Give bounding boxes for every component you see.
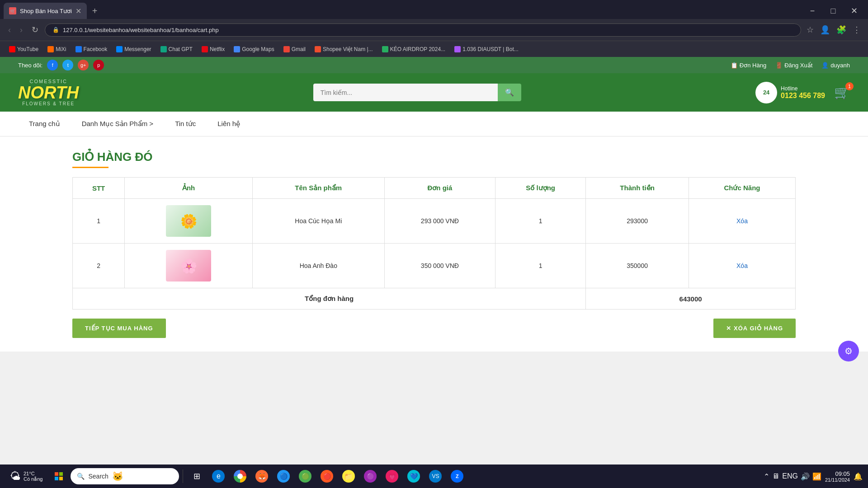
bookmark-gmaps[interactable]: Google Maps xyxy=(230,45,278,53)
messenger-favicon xyxy=(116,46,123,52)
taskbar-task-view[interactable]: ⊞ xyxy=(187,466,207,486)
profile-icon[interactable]: 👤 xyxy=(818,23,832,37)
gmaps-favicon xyxy=(234,46,240,52)
tray-arrow[interactable]: ⌃ xyxy=(764,472,769,481)
bookmark-label: MiXi xyxy=(56,46,66,52)
main-content: GIỎ HÀNG ĐÓ STT Ảnh Tên Sản phẩm Đơn giá… xyxy=(0,136,868,352)
taskbar-explorer[interactable]: 📁 xyxy=(339,466,359,486)
tray-volume[interactable]: 🔊 xyxy=(801,472,810,481)
social-bar: Theo dõi: f t g+ p 📋 Đơn Hàng 🚪 Đăng Xuấ… xyxy=(0,57,868,73)
taskbar-chrome[interactable] xyxy=(230,466,250,486)
delete-button-1[interactable]: Xóa xyxy=(736,217,748,225)
facebook-favicon xyxy=(75,46,82,52)
back-button[interactable]: ‹ xyxy=(5,23,14,37)
nav-lien-he[interactable]: Liên hệ xyxy=(207,112,251,136)
taskbar-zalo[interactable]: Z xyxy=(447,466,467,486)
row2-img: 🌸 xyxy=(125,244,253,288)
extensions-icon[interactable]: 🧩 xyxy=(835,23,848,37)
notification-icon[interactable]: 🔔 xyxy=(854,472,863,481)
bookmark-label: Messenger xyxy=(124,46,151,52)
search-input[interactable] xyxy=(313,84,498,101)
bookmarks-bar: YouTube MiXi Facebook Messenger Chat GPT… xyxy=(0,41,868,57)
minimize-button[interactable]: − xyxy=(802,3,823,19)
taskbar-app-10[interactable]: 💙 xyxy=(404,466,424,486)
logout-link[interactable]: 🚪 Đăng Xuất xyxy=(775,62,812,69)
taskbar-app-8[interactable]: 🟣 xyxy=(360,466,380,486)
total-row: Tổng đơn hàng 643000 xyxy=(73,288,796,310)
maximize-button[interactable]: □ xyxy=(823,3,844,19)
taskbar-edge[interactable]: e xyxy=(208,466,228,486)
taskbar-app-6[interactable]: 🔴 xyxy=(317,466,337,486)
taskbar-vscode[interactable]: VS xyxy=(425,466,445,486)
menu-icon[interactable]: ⋮ xyxy=(851,23,863,37)
row2-action[interactable]: Xóa xyxy=(689,244,795,288)
float-widget[interactable]: ⚙ xyxy=(838,341,859,361)
taskbar-app-9[interactable]: 💗 xyxy=(382,466,402,486)
col-ten: Tên Sản phẩm xyxy=(252,178,384,199)
search-button[interactable]: 🔍 xyxy=(498,84,521,101)
col-chuc-nang: Chức Năng xyxy=(689,178,795,199)
bookmark-messenger[interactable]: Messenger xyxy=(113,45,155,53)
weather-icon: 🌤 xyxy=(10,470,21,483)
tray-lang[interactable]: ENG xyxy=(782,472,798,480)
cart-icon[interactable]: 🛒 1 xyxy=(834,85,850,100)
active-tab[interactable]: 🛒 Shop Bán Hoa Tươi ✕ xyxy=(4,3,87,19)
bookmark-netflix[interactable]: Netflix xyxy=(198,45,228,53)
taskbar-app-5[interactable]: 🟢 xyxy=(295,466,315,486)
tray-network[interactable]: 📶 xyxy=(812,472,821,481)
new-tab-button[interactable]: + xyxy=(89,4,101,18)
forward-button[interactable]: › xyxy=(17,23,25,37)
search-bar: 🔍 xyxy=(313,84,521,101)
weather-condition: Có nắng xyxy=(24,476,42,482)
delete-button-2[interactable]: Xóa xyxy=(736,262,748,269)
clear-cart-button[interactable]: ✕ XÓA GIỎ HÀNG xyxy=(713,319,796,338)
logo[interactable]: COMESSTIC NORTH FLOWERS & TREE xyxy=(18,79,79,106)
nav-danh-muc[interactable]: Danh Mục Sản Phẩm > xyxy=(71,112,164,136)
bookmark-gmail[interactable]: Gmail xyxy=(280,45,309,53)
svg-rect-2 xyxy=(55,477,58,480)
total-label: Tổng đơn hàng xyxy=(73,288,586,310)
close-button[interactable]: ✕ xyxy=(844,3,864,19)
hotline-section: 24 Hotline 0123 456 789 xyxy=(755,82,825,103)
taskbar-app-3[interactable]: 🦊 xyxy=(252,466,272,486)
clock[interactable]: 09:05 21/11/2024 xyxy=(825,470,850,483)
pinterest-social-icon[interactable]: p xyxy=(93,60,104,70)
bookmark-star-icon[interactable]: ☆ xyxy=(805,23,816,37)
start-button[interactable] xyxy=(49,466,69,486)
bookmark-dia[interactable]: 1.036 DIAUSDT | Bot... xyxy=(451,45,522,53)
facebook-social-icon[interactable]: f xyxy=(47,60,58,70)
url-text: 127.0.0.1/websitebanhoa/websitebanhoa/1/… xyxy=(63,27,793,33)
reload-button[interactable]: ↻ xyxy=(29,23,41,37)
title-underline xyxy=(72,167,108,168)
googleplus-social-icon[interactable]: g+ xyxy=(78,60,89,70)
keo-favicon xyxy=(382,46,388,52)
bookmark-facebook[interactable]: Facebook xyxy=(72,45,111,53)
tray-monitor[interactable]: 🖥 xyxy=(772,472,779,480)
taskbar-search[interactable]: 🔍 Search 🐱 xyxy=(71,468,179,484)
row1-action[interactable]: Xóa xyxy=(689,199,795,244)
continue-shopping-button[interactable]: TIẾP TỤC MUA HÀNG xyxy=(72,319,166,338)
bookmark-mixi[interactable]: MiXi xyxy=(44,45,70,53)
bookmark-chatgpt[interactable]: Chat GPT xyxy=(157,45,196,53)
nav-tin-tuc[interactable]: Tin tức xyxy=(164,112,207,136)
cart-title: GIỎ HÀNG ĐÓ xyxy=(72,150,796,164)
bookmark-keo[interactable]: KÉO AIRDROP 2024... xyxy=(378,45,449,53)
bookmark-youtube[interactable]: YouTube xyxy=(5,45,42,53)
cart-badge: 1 xyxy=(845,82,854,90)
row1-img: 🌼 xyxy=(125,199,253,244)
user-link[interactable]: 👤 duyanh xyxy=(821,62,850,69)
url-bar[interactable]: 🔒 127.0.0.1/websitebanhoa/websitebanhoa/… xyxy=(45,23,801,37)
order-link[interactable]: 📋 Đơn Hàng xyxy=(731,62,766,69)
twitter-social-icon[interactable]: t xyxy=(62,60,73,70)
row2-name: Hoa Anh Đào xyxy=(252,244,384,288)
svg-rect-0 xyxy=(55,472,58,476)
row1-price: 293 000 VNĐ xyxy=(384,199,495,244)
bookmark-shopee[interactable]: Shopee Việt Nam |... xyxy=(311,45,377,53)
product-image-1: 🌼 xyxy=(166,205,211,237)
bookmark-label: Gmail xyxy=(292,46,306,52)
netflix-favicon xyxy=(202,46,208,52)
tab-close-button[interactable]: ✕ xyxy=(75,7,81,15)
taskbar-app-4[interactable]: 🔵 xyxy=(274,466,293,486)
follow-label: Theo dõi: xyxy=(18,62,42,69)
nav-trang-chu[interactable]: Trang chủ xyxy=(18,112,71,136)
